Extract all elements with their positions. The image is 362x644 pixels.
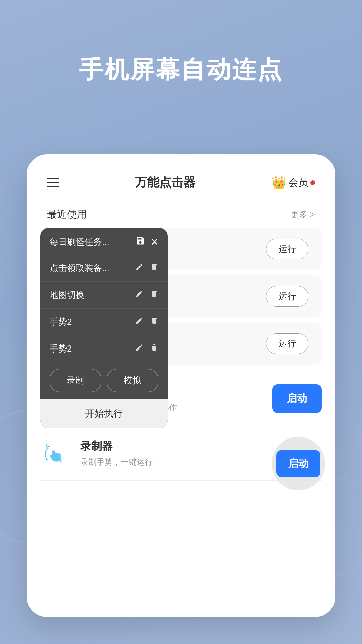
popup-item-name: 手势2 (50, 316, 135, 328)
popup-item-actions (135, 343, 158, 354)
popup-item: 手势2 (40, 309, 168, 335)
edit-icon[interactable] (135, 263, 143, 273)
popup-header: 每日刷怪任务... ✕ (40, 236, 168, 255)
menu-button[interactable] (47, 178, 59, 187)
popup-item-actions (135, 290, 158, 300)
app-title: 万能点击器 (135, 174, 195, 191)
popup-action-buttons: 录制 模拟 (40, 362, 168, 399)
popup-header-text: 每日刷怪任务... (50, 236, 136, 248)
popup-item-name: 点击领取装备... (50, 262, 135, 274)
popup-item-name: 手势2 (50, 343, 135, 355)
notification-dot (310, 180, 315, 185)
recent-title: 最近使用 (47, 208, 87, 221)
edit-icon[interactable] (135, 290, 143, 300)
popup-save-icon[interactable] (136, 236, 145, 248)
member-label: 会员 (288, 176, 308, 190)
edit-icon[interactable] (135, 317, 143, 327)
delete-icon[interactable] (150, 290, 158, 300)
popup-item: 手势2 (40, 335, 168, 362)
delete-icon[interactable] (150, 317, 158, 327)
run-button[interactable]: 运行 (266, 333, 308, 354)
popup-item-actions (135, 317, 158, 327)
delete-icon[interactable] (150, 263, 158, 273)
popup-item: 地图切换 (40, 282, 168, 309)
execute-button[interactable]: 开始执行 (40, 399, 168, 428)
record-button[interactable]: 录制 (50, 369, 101, 392)
record-icon (44, 441, 67, 465)
recent-section-header: 最近使用 更多 > (27, 201, 335, 228)
run-button[interactable]: 运行 (266, 286, 308, 307)
hero-title: 手机屏幕自动连点 (0, 54, 362, 86)
more-link[interactable]: 更多 > (290, 209, 315, 220)
app-header: 万能点击器 👑 会员 (27, 154, 335, 201)
run-button[interactable]: 运行 (266, 239, 308, 259)
popup-item-actions (135, 263, 158, 273)
float-circle: 启动 (272, 437, 325, 490)
crown-icon: 👑 (271, 176, 286, 190)
recorder-start-button[interactable]: 启动 (276, 450, 320, 477)
edit-icon[interactable] (135, 343, 143, 354)
simulate-button[interactable]: 模拟 (107, 369, 158, 392)
clicker-start-button[interactable]: 启动 (272, 384, 322, 413)
script-list: 金币任务脚本1 运行 每日刷怪任务... ✕ 点击领取装备... (27, 228, 335, 365)
popup-item: 点击领取装备... (40, 255, 168, 282)
phone-card: 万能点击器 👑 会员 最近使用 更多 > 金币任务脚本1 运行 每日刷怪任务..… (27, 154, 335, 617)
feature-item-recorder: 录制器 录制手势，一键运行 启动 (40, 426, 322, 481)
delete-icon[interactable] (150, 343, 158, 354)
popup-item-name: 地图切换 (50, 289, 135, 301)
popup-menu: 每日刷怪任务... ✕ 点击领取装备... (40, 228, 168, 428)
feature-icon-wrap (40, 438, 70, 468)
popup-close-icon[interactable]: ✕ (150, 236, 158, 248)
member-badge[interactable]: 👑 会员 (271, 176, 315, 190)
